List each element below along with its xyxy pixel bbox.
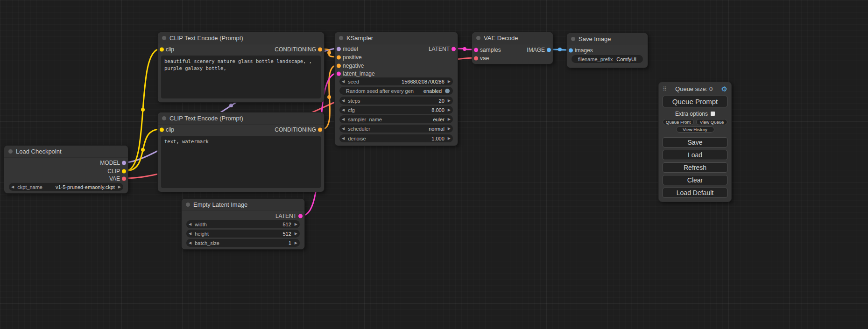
output-slot-image[interactable]: IMAGE bbox=[527, 46, 553, 54]
node-ksampler-titlebar[interactable]: KSampler bbox=[335, 32, 458, 44]
conditioning-output-pin[interactable] bbox=[318, 128, 322, 132]
decrement-arrow-icon[interactable]: ◀ bbox=[342, 99, 345, 103]
input-slot-clip[interactable]: clip bbox=[158, 45, 174, 54]
widget-width[interactable]: ◀ width 512 ▶ bbox=[186, 220, 300, 228]
output-slot-vae[interactable]: VAE bbox=[109, 175, 128, 183]
decrement-arrow-icon[interactable]: ◀ bbox=[342, 137, 345, 140]
image-output-pin[interactable] bbox=[547, 48, 551, 52]
decrement-arrow-icon[interactable]: ◀ bbox=[342, 118, 345, 121]
decrement-arrow-icon[interactable]: ◀ bbox=[11, 185, 14, 189]
node-vae-decode[interactable]: VAE Decode samples IMAGE vae bbox=[472, 32, 553, 64]
node-load-checkpoint-titlebar[interactable]: Load Checkpoint bbox=[4, 146, 128, 158]
view-history-button[interactable]: View History bbox=[676, 126, 714, 133]
node-clip-positive-titlebar[interactable]: CLIP Text Encode (Prompt) bbox=[158, 32, 324, 44]
negative-prompt-textarea[interactable]: text, watermark bbox=[161, 136, 321, 188]
decrement-arrow-icon[interactable]: ◀ bbox=[189, 241, 191, 245]
increment-arrow-icon[interactable]: ▶ bbox=[448, 137, 451, 140]
collapse-dot[interactable] bbox=[571, 37, 575, 41]
image-input-pin[interactable] bbox=[569, 49, 573, 53]
widget-seed[interactable]: ◀ seed 156680208700286 ▶ bbox=[339, 77, 453, 85]
input-slot-images[interactable]: images bbox=[567, 46, 593, 55]
node-clip-negative-titlebar[interactable]: CLIP Text Encode (Prompt) bbox=[158, 112, 324, 125]
node-save-image-titlebar[interactable]: Save Image bbox=[567, 33, 648, 45]
node-clip-text-encode-positive[interactable]: CLIP Text Encode (Prompt) clip CONDITION… bbox=[157, 32, 325, 103]
output-slot-latent[interactable]: LATENT bbox=[275, 212, 304, 220]
queue-front-button[interactable]: Queue Front bbox=[663, 119, 694, 125]
positive-prompt-textarea[interactable]: beautiful scenery nature glass bottle la… bbox=[161, 56, 321, 98]
collapse-dot[interactable] bbox=[8, 149, 13, 154]
vae-input-pin[interactable] bbox=[474, 56, 478, 61]
output-slot-model[interactable]: MODEL bbox=[100, 159, 128, 167]
widget-steps[interactable]: ◀ steps 20 ▶ bbox=[339, 97, 453, 105]
refresh-button[interactable]: Refresh bbox=[663, 162, 727, 173]
collapse-dot[interactable] bbox=[162, 36, 166, 40]
widget-denoise[interactable]: ◀ denoise 1.000 ▶ bbox=[339, 134, 453, 142]
node-empty-latent-image[interactable]: Empty Latent Image LATENT ◀ width 512 ▶ … bbox=[181, 198, 305, 250]
model-input-pin[interactable] bbox=[337, 47, 341, 51]
clip-input-pin[interactable] bbox=[160, 48, 164, 52]
input-slot-latent-image[interactable]: latent_image bbox=[335, 70, 375, 78]
latent-input-pin[interactable] bbox=[337, 72, 341, 76]
clip-input-pin[interactable] bbox=[160, 128, 164, 132]
collapse-dot[interactable] bbox=[339, 36, 343, 40]
save-button[interactable]: Save bbox=[663, 137, 727, 147]
collapse-dot[interactable] bbox=[476, 36, 480, 40]
widget-batch-size[interactable]: ◀ batch_size 1 ▶ bbox=[186, 239, 300, 247]
node-empty-latent-titlebar[interactable]: Empty Latent Image bbox=[182, 199, 304, 211]
input-slot-negative[interactable]: negative bbox=[335, 62, 364, 70]
node-vae-decode-titlebar[interactable]: VAE Decode bbox=[472, 32, 553, 44]
input-slot-vae[interactable]: vae bbox=[472, 54, 489, 63]
settings-gear-icon[interactable]: ⚙ bbox=[721, 85, 727, 92]
conditioning-input-pin[interactable] bbox=[337, 64, 341, 68]
drag-handle-icon[interactable]: ⠿ bbox=[663, 86, 667, 92]
decrement-arrow-icon[interactable]: ◀ bbox=[189, 232, 191, 236]
increment-arrow-icon[interactable]: ▶ bbox=[295, 232, 297, 236]
node-graph-canvas[interactable]: Load Checkpoint MODEL CLIP VAE ◀ ckpt_na… bbox=[0, 0, 868, 329]
widget-height[interactable]: ◀ height 512 ▶ bbox=[186, 230, 300, 238]
extra-options-checkbox[interactable] bbox=[711, 112, 715, 116]
toggle-knob-icon[interactable] bbox=[445, 89, 450, 93]
input-slot-positive[interactable]: positive bbox=[335, 53, 362, 62]
increment-arrow-icon[interactable]: ▶ bbox=[448, 127, 451, 131]
node-clip-text-encode-negative[interactable]: CLIP Text Encode (Prompt) clip CONDITION… bbox=[157, 112, 325, 192]
widget-random-seed-toggle[interactable]: Random seed after every gen enabled bbox=[339, 87, 453, 95]
decrement-arrow-icon[interactable]: ◀ bbox=[342, 127, 345, 131]
decrement-arrow-icon[interactable]: ◀ bbox=[342, 80, 345, 84]
conditioning-output-pin[interactable] bbox=[318, 48, 322, 52]
input-slot-clip[interactable]: clip bbox=[158, 126, 174, 134]
decrement-arrow-icon[interactable]: ◀ bbox=[189, 223, 191, 226]
increment-arrow-icon[interactable]: ▶ bbox=[295, 241, 297, 245]
clear-button[interactable]: Clear bbox=[663, 175, 727, 185]
latent-output-pin[interactable] bbox=[298, 214, 303, 218]
increment-arrow-icon[interactable]: ▶ bbox=[295, 223, 297, 226]
load-button[interactable]: Load bbox=[663, 150, 727, 160]
node-ksampler[interactable]: KSampler model LATENT positive negative … bbox=[334, 32, 458, 146]
widget-filename-prefix[interactable]: filename_prefix ComfyUI bbox=[572, 55, 643, 63]
output-slot-conditioning[interactable]: CONDITIONING bbox=[275, 126, 324, 134]
vae-output-pin[interactable] bbox=[122, 177, 126, 181]
node-load-checkpoint[interactable]: Load Checkpoint MODEL CLIP VAE ◀ ckpt_na… bbox=[4, 145, 128, 194]
widget-scheduler[interactable]: ◀ scheduler normal ▶ bbox=[339, 125, 453, 133]
increment-arrow-icon[interactable]: ▶ bbox=[448, 80, 451, 84]
decrement-arrow-icon[interactable]: ◀ bbox=[342, 108, 345, 112]
widget-sampler-name[interactable]: ◀ sampler_name euler ▶ bbox=[339, 115, 453, 123]
collapse-dot[interactable] bbox=[186, 203, 190, 207]
queue-prompt-button[interactable]: Queue Prompt bbox=[663, 96, 727, 107]
clip-output-pin[interactable] bbox=[122, 169, 126, 174]
widget-ckpt-name[interactable]: ◀ ckpt_name v1-5-pruned-emaonly.ckpt ▶ bbox=[9, 183, 123, 191]
input-slot-samples[interactable]: samples bbox=[472, 46, 501, 54]
load-default-button[interactable]: Load Default bbox=[663, 188, 727, 198]
input-slot-model[interactable]: model bbox=[335, 45, 358, 53]
output-slot-latent[interactable]: LATENT bbox=[429, 45, 458, 53]
node-save-image[interactable]: Save Image images filename_prefix ComfyU… bbox=[566, 33, 648, 68]
latent-output-pin[interactable] bbox=[452, 47, 456, 51]
model-output-pin[interactable] bbox=[122, 161, 126, 165]
conditioning-input-pin[interactable] bbox=[337, 56, 341, 60]
output-slot-conditioning[interactable]: CONDITIONING bbox=[275, 45, 324, 54]
increment-arrow-icon[interactable]: ▶ bbox=[118, 185, 121, 189]
widget-cfg[interactable]: ◀ cfg 8.000 ▶ bbox=[339, 106, 453, 114]
increment-arrow-icon[interactable]: ▶ bbox=[448, 108, 451, 112]
increment-arrow-icon[interactable]: ▶ bbox=[448, 99, 451, 103]
view-queue-button[interactable]: View Queue bbox=[696, 119, 727, 125]
increment-arrow-icon[interactable]: ▶ bbox=[448, 118, 451, 121]
